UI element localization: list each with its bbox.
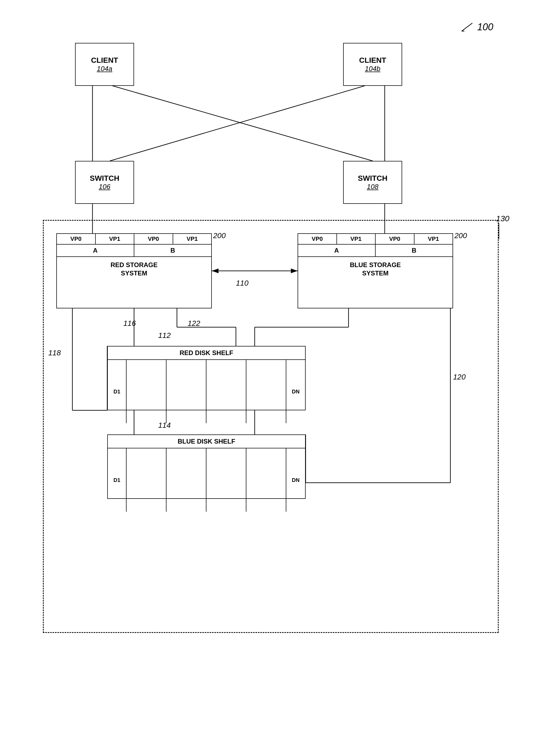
ref-130-label: 130 xyxy=(496,214,509,239)
red-vp0-b: VP0 xyxy=(134,234,173,244)
client-104a-box: CLIENT 104a xyxy=(75,43,134,86)
red-ab-row: A B xyxy=(57,245,211,257)
diagram-container: 100 xyxy=(27,21,526,719)
switch-108-ref: 108 xyxy=(367,182,378,191)
red-vp1-b: VP1 xyxy=(173,234,212,244)
blue-vp0-b: VP0 xyxy=(376,234,414,244)
blue-disk-row: D1 DN xyxy=(108,449,305,512)
switch-106-label: SWITCH xyxy=(90,174,119,183)
red-disk-dn: DN xyxy=(286,360,305,423)
blue-a-cell: A xyxy=(298,245,376,256)
svg-line-0 xyxy=(462,23,472,31)
red-disk-d1: D1 xyxy=(108,360,127,423)
client-104a-ref: 104a xyxy=(97,65,112,73)
ref-100-label: 100 xyxy=(459,21,493,33)
ref-122-label: 122 xyxy=(188,319,200,328)
red-disk-2 xyxy=(127,360,166,423)
red-disk-5 xyxy=(246,360,286,423)
client-104b-ref: 104b xyxy=(365,65,381,73)
blue-disk-3 xyxy=(166,449,206,512)
ref-116-label: 116 xyxy=(123,319,136,328)
blue-disk-shelf: BLUE DISK SHELF D1 DN xyxy=(107,434,306,499)
blue-disk-dn: DN xyxy=(286,449,305,512)
ref-200-red: 200 xyxy=(213,231,226,240)
red-disk-3 xyxy=(166,360,206,423)
ref-200-blue: 200 xyxy=(454,231,467,240)
switch-108-label: SWITCH xyxy=(358,174,387,183)
red-shelf-label: RED DISK SHELF xyxy=(108,347,305,360)
switch-108-box: SWITCH 108 xyxy=(343,161,402,204)
blue-disk-4 xyxy=(206,449,246,512)
svg-line-3 xyxy=(113,86,373,161)
red-vp-row: VP0 VP1 VP0 VP1 xyxy=(57,234,211,245)
blue-storage-label: BLUE STORAGESYSTEM xyxy=(298,257,452,281)
red-a-cell: A xyxy=(57,245,134,256)
blue-storage-system: VP0 VP1 VP0 VP1 A B BLUE STORAGESYSTEM xyxy=(298,233,453,308)
ref-114-label: 114 xyxy=(158,421,171,429)
red-disk-4 xyxy=(206,360,246,423)
blue-disk-5 xyxy=(246,449,286,512)
ref-110-label: 110 xyxy=(236,279,249,287)
red-b-cell: B xyxy=(134,245,211,256)
red-disk-row: D1 DN xyxy=(108,360,305,423)
ref-130: 130 xyxy=(496,214,509,223)
client-104b-label: CLIENT xyxy=(359,56,386,65)
client-104b-box: CLIENT 104b xyxy=(343,43,402,86)
blue-disk-2 xyxy=(127,449,166,512)
ref-100: 100 xyxy=(477,21,493,33)
blue-b-cell: B xyxy=(376,245,452,256)
red-storage-system: VP0 VP1 VP0 VP1 A B RED STORAGESYSTEM xyxy=(56,233,212,308)
red-disk-shelf: RED DISK SHELF D1 DN xyxy=(107,346,306,410)
red-storage-label: RED STORAGESYSTEM xyxy=(57,257,211,281)
ref-120-label: 120 xyxy=(453,373,466,381)
blue-vp1-a: VP1 xyxy=(337,234,376,244)
switch-106-ref: 106 xyxy=(99,182,110,191)
blue-vp1-b: VP1 xyxy=(414,234,453,244)
blue-ab-row: A B xyxy=(298,245,452,257)
blue-shelf-label: BLUE DISK SHELF xyxy=(108,435,305,449)
client-104a-label: CLIENT xyxy=(91,56,118,65)
blue-vp0-a: VP0 xyxy=(298,234,337,244)
blue-vp-row: VP0 VP1 VP0 VP1 xyxy=(298,234,452,245)
blue-disk-d1: D1 xyxy=(108,449,127,512)
svg-line-4 xyxy=(110,86,365,161)
ref-112-label: 112 xyxy=(158,331,171,340)
ref-118-label: 118 xyxy=(48,349,61,357)
red-vp0-a: VP0 xyxy=(57,234,96,244)
red-vp1-a: VP1 xyxy=(96,234,135,244)
switch-106-box: SWITCH 106 xyxy=(75,161,134,204)
